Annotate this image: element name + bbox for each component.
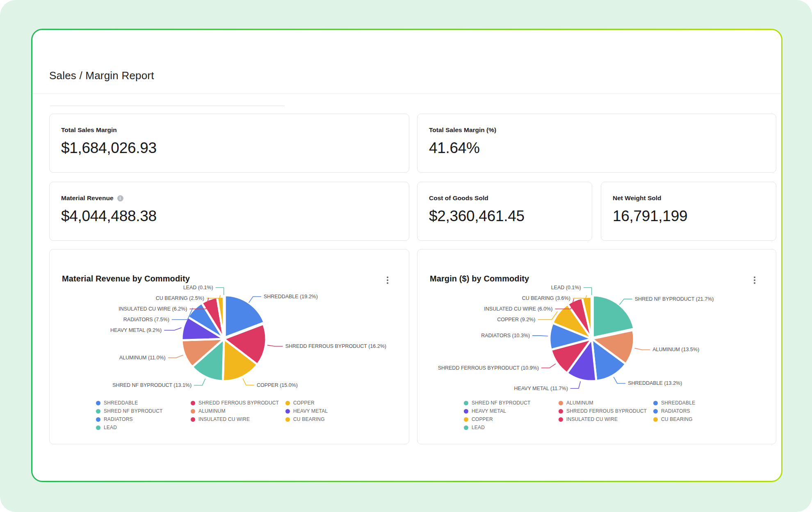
legend-label: ALUMINUM (566, 400, 593, 406)
kpi-value: 41.64% (429, 139, 764, 157)
legend-item: HEAVY METAL (285, 407, 380, 415)
legend-label: RADIATORS (104, 416, 133, 422)
kpi-value: $2,360,461.45 (429, 208, 580, 225)
legend-item: COPPER (464, 415, 559, 423)
legend-item: LEAD (96, 423, 191, 432)
legend-label: HEAVY METAL (293, 408, 328, 414)
legend-item: INSULATED CU WIRE (559, 415, 653, 423)
pie-label-leader-line (584, 288, 592, 295)
pie-slice-label: LEAD (0.1%) (551, 285, 581, 290)
info-icon[interactable]: i (117, 195, 123, 201)
pie-slice-label: ALUMINUM (11.0%) (119, 355, 166, 361)
pie-slice-label: COPPER (9.2%) (497, 317, 535, 322)
pie-slice-label: SHREDDABLE (13.2%) (628, 380, 682, 386)
pie-slice-label: HEAVY METAL (11.7%) (514, 386, 568, 391)
chart-legend: SHREDDABLESHRED NF BYPRODUCTRADIATORSLEA… (96, 399, 380, 432)
legend-item: RADIATORS (96, 415, 191, 423)
legend-label: SHRED NF BYPRODUCT (472, 400, 531, 406)
pie-slice[interactable] (591, 293, 592, 335)
legend-column: SHREDD FERROUS BYPRODUCTALUMINUMINSULATE… (191, 399, 285, 432)
legend-swatch (559, 409, 563, 414)
page-title: Sales / Margin Report (49, 69, 154, 82)
legend-label: COPPER (293, 400, 315, 406)
legend-swatch (464, 409, 468, 414)
pie-slice-label: RADIATORS (7.5%) (123, 317, 169, 322)
report-card: Sales / Margin Report Total Sales Margin… (32, 30, 781, 481)
pie-slice[interactable] (224, 293, 224, 335)
legend-swatch (96, 401, 100, 405)
legend-label: INSULATED CU WIRE (566, 416, 618, 422)
legend-column: ALUMINUMSHREDD FERROUS BYPRODUCTINSULATE… (559, 399, 653, 432)
pie-slice-label: COPPER (15.0%) (257, 382, 298, 388)
legend-item: INSULATED CU WIRE (191, 415, 285, 423)
pie-slice-label: ALUMINUM (13.5%) (652, 347, 699, 352)
legend-label: INSULATED CU WIRE (198, 416, 250, 422)
pie-label-leader-line (267, 345, 283, 346)
legend-item: ALUMINUM (191, 407, 285, 415)
pie-label-leader-line (216, 288, 224, 295)
legend-item: SHRED NF BYPRODUCT (96, 407, 191, 415)
legend-item: RADIATORS (653, 407, 748, 415)
legend-label: RADIATORS (661, 408, 690, 414)
legend-column: SHRED NF BYPRODUCTHEAVY METALCOPPERLEAD (464, 399, 559, 432)
legend-swatch (96, 425, 100, 430)
legend-swatch (464, 417, 468, 422)
pie-label-leader-line (164, 328, 181, 330)
legend-label: COPPER (472, 416, 493, 422)
legend-label: CU BEARING (293, 416, 325, 422)
pie-slice-label: INSULATED CU WIRE (6.0%) (484, 306, 552, 312)
kpi-label: Net Weight Sold (613, 194, 764, 202)
kpi-label: Total Sales Margin (61, 126, 397, 134)
pie-slice-label: SHREDD FERROUS BYPRODUCT (16.2%) (285, 343, 386, 349)
legend-label: SHREDDABLE (661, 400, 695, 406)
pie-label-leader-line (570, 381, 581, 388)
pie-slice-label: LEAD (0.1%) (183, 285, 213, 290)
kpi-card-material-revenue: Material Revenue i $4,044,488.38 (49, 182, 409, 241)
legend-swatch (559, 417, 563, 422)
kpi-label: Cost of Goods Sold (429, 194, 580, 202)
legend-item: SHREDD FERROUS BYPRODUCT (191, 399, 285, 407)
legend-item: HEAVY METAL (464, 407, 559, 415)
legend-swatch (285, 417, 290, 422)
legend-label: CU BEARING (661, 416, 693, 422)
pie-label-leader-line (249, 297, 261, 303)
kpi-label: Material Revenue (61, 194, 114, 202)
pie-label-leader-line (619, 299, 632, 305)
pie-label-leader-line (635, 348, 650, 350)
pie-label-leader-line (614, 377, 625, 384)
kpi-card-net-weight-sold: Net Weight Sold 16,791,199 (601, 182, 776, 241)
legend-swatch (191, 409, 195, 414)
kpi-card-cost-of-goods-sold: Cost of Goods Sold $2,360,461.45 (417, 182, 592, 241)
legend-label: ALUMINUM (198, 408, 226, 414)
section-divider (50, 105, 285, 106)
legend-item: COPPER (285, 399, 380, 407)
pie-slice-label: SHREDDABLE (19.2%) (264, 294, 318, 299)
kpi-value: $1,684,026.93 (61, 139, 397, 157)
legend-item: SHRED NF BYPRODUCT (464, 399, 559, 407)
pie-slice-label: RADIATORS (10.3%) (481, 333, 530, 338)
legend-label: SHREDDABLE (104, 400, 138, 406)
legend-label: LEAD (104, 425, 117, 430)
legend-label: SHRED NF BYPRODUCT (104, 408, 163, 414)
legend-swatch (96, 417, 100, 422)
legend-column: COPPERHEAVY METALCU BEARING (285, 399, 380, 432)
chart-card-margin-by-commodity: Margin ($) by Commodity LEAD (0.1%)CU BE… (417, 249, 776, 444)
pie-slice-label: INSULATED CU WIRE (6.2%) (119, 306, 187, 312)
chart-legend: SHRED NF BYPRODUCTHEAVY METALCOPPERLEADA… (464, 399, 748, 432)
legend-swatch (464, 425, 468, 430)
legend-swatch (285, 409, 290, 414)
pie-label-leader-line (168, 355, 183, 358)
legend-swatch (96, 409, 100, 414)
kpi-label: Total Sales Margin (%) (429, 126, 764, 134)
kpi-card-total-sales-margin-pct: Total Sales Margin (%) 41.64% (417, 114, 776, 173)
pie-label-leader-line (194, 379, 205, 385)
legend-item: CU BEARING (285, 415, 380, 423)
legend-label: LEAD (472, 425, 485, 430)
kpi-value: $4,044,488.38 (61, 208, 397, 225)
report-frame: Sales / Margin Report Total Sales Margin… (31, 29, 782, 482)
legend-swatch (191, 417, 195, 422)
legend-item: ALUMINUM (559, 399, 653, 407)
legend-label: HEAVY METAL (472, 408, 506, 414)
pie-label-leader-line (532, 336, 548, 336)
pie-slice-label: HEAVY METAL (9.2%) (110, 327, 162, 333)
